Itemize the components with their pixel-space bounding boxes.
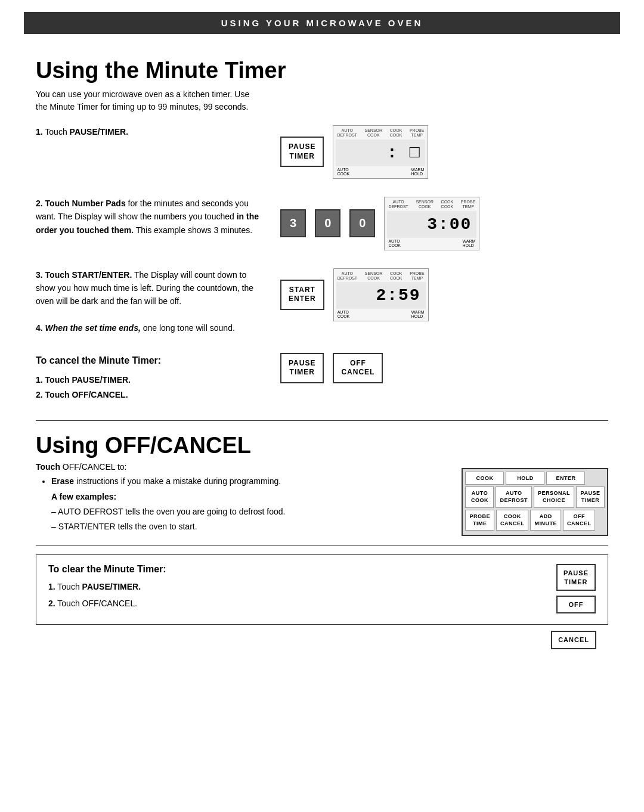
display-screen-1: : □ [336, 140, 425, 166]
auto-defrost-key[interactable]: AUTODEFROST [496, 486, 532, 507]
off-cancel-button[interactable]: OFFCANCEL [333, 353, 383, 383]
step-2-visual: 3 0 0 AUTODEFROST SENSORCOOK COOKCOOK PR… [280, 197, 479, 250]
cook-cancel-key[interactable]: COOKCANCEL [496, 510, 529, 531]
num-btn-3[interactable]: 3 [280, 209, 306, 237]
pause-timer-button-2[interactable]: PAUSETIMER [280, 353, 324, 383]
step-3-row: 3. Touch START/ENTER. The Display will c… [36, 268, 608, 335]
step-1-row: 1. Touch PAUSE/TIMER. PAUSETIMER AUTODEF… [36, 125, 608, 179]
clear-timer-text: To clear the Minute Timer: 1. Touch PAUS… [48, 564, 532, 615]
display-screen-2: 3:00 [387, 211, 476, 238]
display-screen-3: 2:59 [336, 282, 426, 309]
minute-timer-title: Using the Minute Timer [36, 58, 608, 83]
offcancel-keypad: COOK HOLD ENTER AUTOCOOK AUTODEFROST PER… [462, 462, 608, 536]
clear-timer-title: To clear the Minute Timer: [48, 564, 532, 575]
minute-timer-intro: You can use your microwave oven as a kit… [36, 88, 262, 113]
auto-cook-key[interactable]: AUTOCOOK [465, 486, 494, 507]
enter-key[interactable]: ENTER [546, 472, 585, 485]
cancel-buttons: PAUSETIMER OFFCANCEL [280, 353, 383, 383]
step-2-text: 2. Touch Number Pads for the minutes and… [36, 197, 262, 237]
start-enter-button[interactable]: STARTENTER [280, 280, 324, 310]
step-1-visual: PAUSETIMER AUTODEFROST SENSORCOOK COOKCO… [280, 125, 428, 179]
section-divider-2 [36, 545, 608, 546]
display-panel-3: AUTODEFROST SENSORCOOK COOKCOOK PROBETEM… [333, 268, 429, 322]
pause-timer-button-3[interactable]: PAUSETIMER [556, 564, 596, 591]
pause-timer-key[interactable]: PAUSETIMER [576, 486, 605, 507]
clear-timer-section: To clear the Minute Timer: 1. Touch PAUS… [36, 554, 608, 625]
keypad-row-2: AUTOCOOK AUTODEFROST PERSONALCHOICE PAUS… [465, 486, 605, 507]
num-btn-0b[interactable]: 0 [349, 209, 375, 237]
cancel-subtitle: To cancel the Minute Timer: [36, 353, 262, 368]
step-3-visual: STARTENTER AUTODEFROST SENSORCOOK COOKCO… [280, 268, 429, 322]
keypad-row-3: PROBETIME COOKCANCEL ADDMINUTE OFFCANCEL [465, 510, 605, 531]
offcancel-left: Touch OFF/CANCEL to: Erase instructions … [36, 462, 450, 534]
display-panel-1: AUTODEFROST SENSORCOOK COOKCOOK PROBETEM… [333, 125, 428, 179]
probe-time-key[interactable]: PROBETIME [465, 510, 494, 531]
cancel-text: To cancel the Minute Timer: 1. Touch PAU… [36, 353, 262, 403]
bordered-inner: To clear the Minute Timer: 1. Touch PAUS… [48, 564, 596, 615]
pause-timer-button-1[interactable]: PAUSETIMER [280, 137, 324, 167]
hold-key[interactable]: HOLD [506, 472, 544, 485]
off-cancel-key[interactable]: OFFCANCEL [563, 510, 596, 531]
step-2-row: 2. Touch Number Pads for the minutes and… [36, 197, 608, 250]
keypad: COOK HOLD ENTER AUTOCOOK AUTODEFROST PER… [462, 468, 608, 536]
personal-choice-key[interactable]: PERSONALCHOICE [534, 486, 574, 507]
page-header: USING YOUR MICROWAVE OVEN [24, 12, 620, 34]
step-1-text: 1. Touch PAUSE/TIMER. [36, 125, 262, 138]
step-3-text: 3. Touch START/ENTER. The Display will c… [36, 268, 262, 335]
section-divider [36, 420, 608, 421]
clear-timer-buttons: PAUSETIMER OFF [556, 564, 596, 613]
display-panel-2: AUTODEFROST SENSORCOOK COOKCOOK PROBETEM… [384, 197, 479, 250]
off-button-bottom[interactable]: OFF [556, 596, 596, 613]
cancel-button-bottom[interactable]: CANCEL [551, 631, 596, 649]
keypad-top-row: COOK HOLD ENTER [465, 472, 605, 485]
cancel-steps: 1. Touch PAUSE/TIMER. 2. Touch OFF/CANCE… [36, 373, 262, 402]
num-btn-0a[interactable]: 0 [315, 209, 340, 237]
offcancel-title: Using OFF/CANCEL [36, 433, 608, 458]
offcancel-list: Erase instructions if you make a mistake… [36, 474, 450, 534]
add-minute-key[interactable]: ADDMINUTE [530, 510, 561, 531]
cancel-subsection: To cancel the Minute Timer: 1. Touch PAU… [36, 353, 608, 403]
cook-key[interactable]: COOK [465, 472, 504, 485]
offcancel-row: Touch OFF/CANCEL to: Erase instructions … [36, 462, 608, 536]
